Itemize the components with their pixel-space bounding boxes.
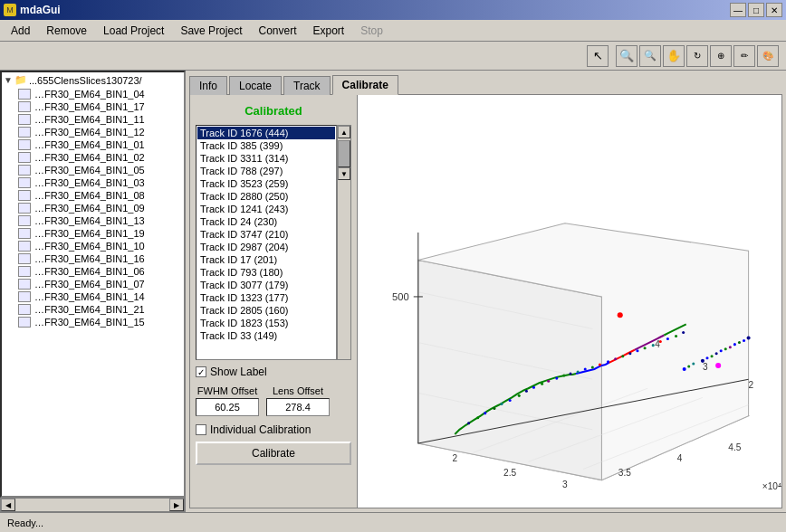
svg-point-48 <box>652 344 655 347</box>
tree-item[interactable]: …FR30_EM64_BIN1_13 <box>16 214 184 227</box>
svg-text:2: 2 <box>453 453 458 463</box>
tree-item[interactable]: …FR30_EM64_BIN1_12 <box>16 126 184 138</box>
calibrate-button[interactable]: Calibrate <box>196 442 351 465</box>
track-list-item[interactable]: Track ID 1241 (243) <box>197 203 335 215</box>
tree-root[interactable]: ▼ 📁 ...655ClensSlices130723/ <box>2 72 184 88</box>
tree-item[interactable]: …FR30_EM64_BIN1_14 <box>16 290 184 303</box>
scroll-track[interactable] <box>15 499 169 511</box>
track-list-item[interactable]: Track ID 385 (399) <box>197 139 335 152</box>
track-list-item[interactable]: Track ID 17 (201) <box>197 253 335 266</box>
scroll-left-button[interactable]: ◀ <box>1 499 15 511</box>
data-cursor-button[interactable]: ⊕ <box>710 45 732 67</box>
fwhm-offset-input[interactable] <box>196 398 259 416</box>
tab-info[interactable]: Info <box>189 76 227 95</box>
tree-item[interactable]: …FR30_EM64_BIN1_03 <box>16 176 184 189</box>
individual-cal-checkbox[interactable] <box>196 424 206 435</box>
tree-item[interactable]: …FR30_EM64_BIN1_17 <box>16 100 184 113</box>
scrollbar-down-button[interactable]: ▼ <box>338 167 350 180</box>
main-content: ▼ 📁 ...655ClensSlices130723/ …FR30_EM64_… <box>0 71 786 512</box>
rotate-button[interactable]: ↻ <box>686 45 708 67</box>
track-list-item[interactable]: Track ID 1676 (444) <box>197 127 335 139</box>
menu-load-project[interactable]: Load Project <box>96 23 171 39</box>
show-label-checkbox[interactable]: ✓ <box>196 366 206 377</box>
scroll-right-button[interactable]: ▶ <box>169 499 184 511</box>
tree-item[interactable]: …FR30_EM64_BIN1_06 <box>16 265 184 278</box>
tree-item[interactable]: …FR30_EM64_BIN1_05 <box>16 164 184 176</box>
svg-point-37 <box>569 373 571 375</box>
svg-point-52 <box>682 331 685 334</box>
tree-item[interactable]: …FR30_EM64_BIN1_21 <box>16 303 184 316</box>
pan-button[interactable]: ✋ <box>663 45 685 67</box>
close-button[interactable]: ✕ <box>766 3 782 17</box>
file-icon <box>18 89 31 100</box>
menu-remove[interactable]: Remove <box>39 23 94 39</box>
tree-item[interactable]: …FR30_EM64_BIN1_16 <box>16 252 184 265</box>
track-list-item[interactable]: Track ID 33 (149) <box>197 329 335 342</box>
track-list-item[interactable]: Track ID 24 (230) <box>197 215 335 228</box>
tree-item[interactable]: …FR30_EM64_BIN1_19 <box>16 227 184 240</box>
tree-item[interactable]: …FR30_EM64_BIN1_07 <box>16 278 184 290</box>
track-list-item[interactable]: Track ID 1823 (153) <box>197 317 335 329</box>
svg-point-27 <box>493 407 495 410</box>
track-list-item[interactable]: Track ID 3747 (210) <box>197 228 335 241</box>
svg-point-26 <box>484 412 486 414</box>
tab-track[interactable]: Track <box>283 76 331 95</box>
tab-calibrate[interactable]: Calibrate <box>332 75 398 95</box>
tree-item[interactable]: …FR30_EM64_BIN1_10 <box>16 240 184 252</box>
menu-save-project[interactable]: Save Project <box>173 23 249 39</box>
lens-offset-input[interactable] <box>266 398 330 416</box>
status-bar: Ready... <box>0 512 786 532</box>
cursor-tool-button[interactable]: ↖ <box>587 45 609 67</box>
svg-point-64 <box>747 337 751 340</box>
tree-item[interactable]: …FR30_EM64_BIN1_02 <box>16 151 184 164</box>
tab-locate[interactable]: Locate <box>229 76 282 95</box>
track-list-item[interactable]: Track ID 2805 (160) <box>197 304 335 317</box>
track-list-container: Track ID 1676 (444)Track ID 385 (399)Tra… <box>196 125 351 360</box>
track-list-scrollbar[interactable]: ▲ ▼ <box>337 125 351 360</box>
track-list-item[interactable]: Track ID 788 (297) <box>197 165 335 177</box>
scrollbar-up-button[interactable]: ▲ <box>338 126 350 138</box>
menu-add[interactable]: Add <box>4 23 37 39</box>
zoom-out-button[interactable]: 🔍 <box>639 45 661 67</box>
file-tree[interactable]: ▼ 📁 ...655ClensSlices130723/ …FR30_EM64_… <box>0 71 186 498</box>
brush-button[interactable]: ✏ <box>733 45 755 67</box>
toolbar: ↖ 🔍 🔍 ✋ ↻ ⊕ ✏ 🎨 <box>0 42 786 71</box>
svg-point-41 <box>599 363 601 366</box>
folder-icon: 📁 <box>14 74 27 86</box>
svg-point-65 <box>692 362 695 365</box>
horizontal-scrollbar[interactable]: ◀ ▶ <box>0 498 185 512</box>
tree-item[interactable]: …FR30_EM64_BIN1_08 <box>16 189 184 202</box>
fwhm-offset-label: FWHM Offset <box>196 385 259 396</box>
tree-item[interactable]: …FR30_EM64_BIN1_15 <box>16 316 184 328</box>
plot-svg: 500 2 2.5 3 3.5 4 4.5 2 3 4 ×10⁴ <box>358 95 781 508</box>
zoom-in-button[interactable]: 🔍 <box>616 45 637 67</box>
track-list-item[interactable]: Track ID 3523 (259) <box>197 177 335 190</box>
svg-text:3.5: 3.5 <box>618 468 631 478</box>
tree-item[interactable]: …FR30_EM64_BIN1_11 <box>16 113 184 126</box>
individual-cal-text: Individual Calibration <box>210 423 311 436</box>
svg-point-25 <box>476 416 479 419</box>
minimize-button[interactable]: — <box>730 3 746 17</box>
track-list-item[interactable]: Track ID 2987 (204) <box>197 241 335 253</box>
file-icon <box>18 101 31 112</box>
track-list-item[interactable]: Track ID 1323 (177) <box>197 291 335 304</box>
menu-export[interactable]: Export <box>306 23 352 39</box>
track-list-item[interactable]: Track ID 2880 (250) <box>197 190 335 203</box>
colormap-button[interactable]: 🎨 <box>757 45 779 67</box>
file-icon <box>18 241 31 252</box>
menu-stop: Stop <box>353 23 390 39</box>
track-list[interactable]: Track ID 1676 (444)Track ID 385 (399)Tra… <box>196 125 337 360</box>
scrollbar-thumb[interactable] <box>338 140 350 167</box>
track-list-item[interactable]: Track ID 3077 (179) <box>197 279 335 291</box>
svg-point-61 <box>733 343 736 346</box>
maximize-button[interactable]: □ <box>748 3 764 17</box>
file-icon <box>18 304 31 315</box>
file-icon <box>18 190 31 201</box>
svg-point-47 <box>644 347 647 349</box>
tree-item[interactable]: …FR30_EM64_BIN1_04 <box>16 88 184 100</box>
menu-convert[interactable]: Convert <box>251 23 303 39</box>
track-list-item[interactable]: Track ID 793 (180) <box>197 266 335 279</box>
tree-item[interactable]: …FR30_EM64_BIN1_09 <box>16 202 184 214</box>
tree-item[interactable]: …FR30_EM64_BIN1_01 <box>16 138 184 151</box>
track-list-item[interactable]: Track ID 3311 (314) <box>197 152 335 165</box>
